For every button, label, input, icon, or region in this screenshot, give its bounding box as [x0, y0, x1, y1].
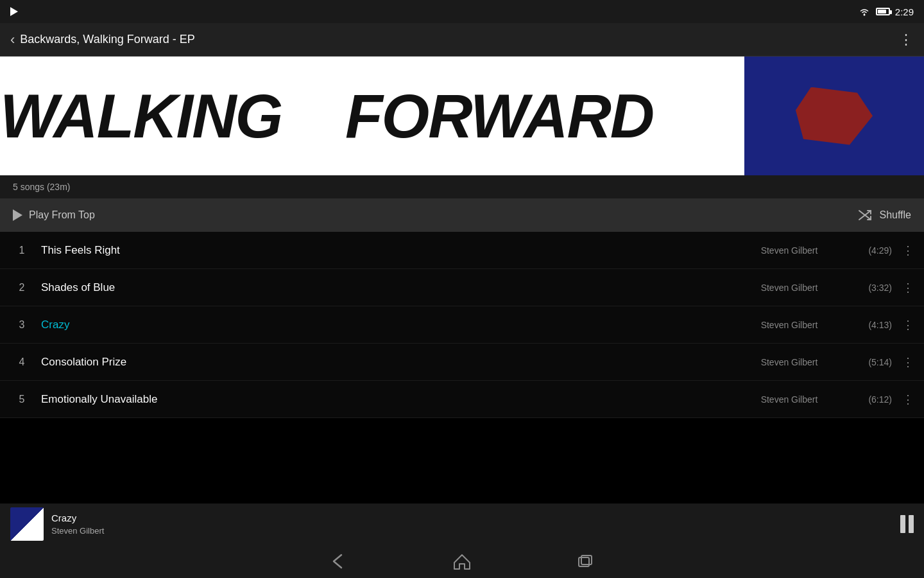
song-number: 2: [10, 282, 33, 293]
song-number: 1: [10, 245, 33, 256]
status-bar: 2:29: [0, 0, 924, 23]
pause-bar-right: [909, 515, 914, 533]
status-time: 2:29: [895, 6, 914, 17]
nav-back-button[interactable]: [329, 552, 349, 570]
controls-bar: Play From Top Shuffle: [0, 198, 924, 232]
song-artist: Steven Gilbert: [725, 357, 853, 367]
overflow-menu-button[interactable]: ⋮: [899, 31, 914, 48]
song-row-5[interactable]: 5 Emotionally Unavailable Steven Gilbert…: [0, 381, 924, 418]
song-overflow-button[interactable]: ⋮: [902, 243, 914, 258]
pause-button[interactable]: [900, 515, 914, 533]
bottom-navigation: [0, 545, 924, 578]
song-overflow-button[interactable]: ⋮: [902, 318, 914, 332]
song-row-4[interactable]: 4 Consolation Prize Steven Gilbert (5:14…: [0, 344, 924, 381]
thumb-art: [10, 507, 44, 541]
song-artist: Steven Gilbert: [725, 394, 853, 405]
song-row-1[interactable]: 1 This Feels Right Steven Gilbert (4:29)…: [0, 232, 924, 269]
album-art-text: WALKING FORWARD: [0, 81, 653, 152]
now-playing-thumbnail: [10, 507, 44, 541]
song-title: Emotionally Unavailable: [41, 393, 725, 406]
song-number: 4: [10, 356, 33, 368]
song-title: This Feels Right: [41, 244, 725, 257]
shuffle-icon: [857, 209, 873, 222]
song-duration: (5:14): [853, 357, 892, 367]
song-title: Consolation Prize: [41, 356, 725, 369]
song-overflow-button[interactable]: ⋮: [902, 355, 914, 369]
song-title: Shades of Blue: [41, 281, 725, 294]
album-art: WALKING FORWARD: [0, 57, 924, 175]
now-playing-bar: Crazy Steven Gilbert: [0, 504, 924, 545]
now-playing-title: Crazy: [51, 512, 104, 523]
song-duration: (3:32): [853, 283, 892, 293]
shuffle-button[interactable]: Shuffle: [857, 209, 911, 222]
song-artist: Steven Gilbert: [725, 245, 853, 256]
song-row-3[interactable]: 3 Crazy Steven Gilbert (4:13) ⋮: [0, 306, 924, 344]
now-playing-artist: Steven Gilbert: [51, 526, 104, 536]
battery-icon: [876, 8, 890, 15]
play-from-top-icon: [13, 209, 22, 221]
song-overflow-button[interactable]: ⋮: [902, 392, 914, 407]
song-duration: (4:13): [853, 320, 892, 330]
songs-count-label: 5 songs (23m): [13, 182, 70, 192]
album-art-shape: [796, 87, 873, 145]
now-playing-left: Crazy Steven Gilbert: [10, 507, 104, 541]
song-row-2[interactable]: 2 Shades of Blue Steven Gilbert (3:32) ⋮: [0, 269, 924, 306]
song-list: 1 This Feels Right Steven Gilbert (4:29)…: [0, 232, 924, 418]
nav-home-button[interactable]: [452, 552, 472, 570]
nav-recents-button[interactable]: [575, 552, 595, 570]
songs-info: 5 songs (23m): [0, 175, 924, 198]
wifi-icon: [858, 6, 871, 17]
song-duration: (4:29): [853, 245, 892, 256]
song-artist: Steven Gilbert: [725, 320, 853, 330]
song-overflow-button[interactable]: ⋮: [902, 281, 914, 295]
song-number: 3: [10, 319, 33, 331]
title-row: ‹ Backwards, Walking Forward - EP: [10, 31, 195, 48]
play-from-top-button[interactable]: Play From Top: [13, 209, 95, 221]
status-left-icons: [10, 7, 18, 16]
song-duration: (6:12): [853, 394, 892, 405]
play-from-top-label: Play From Top: [29, 209, 95, 221]
album-art-right-panel: [744, 57, 924, 175]
notification-play-icon: [10, 7, 18, 16]
status-right-icons: 2:29: [858, 6, 914, 17]
album-title: Backwards, Walking Forward - EP: [20, 33, 194, 46]
now-playing-info: Crazy Steven Gilbert: [51, 512, 104, 536]
song-number: 5: [10, 394, 33, 405]
pause-bar-left: [900, 515, 905, 533]
song-title: Crazy: [41, 319, 725, 331]
back-button[interactable]: ‹: [10, 31, 15, 48]
shuffle-label: Shuffle: [879, 209, 911, 221]
song-artist: Steven Gilbert: [725, 283, 853, 293]
top-bar: ‹ Backwards, Walking Forward - EP ⋮: [0, 23, 924, 57]
svg-point-0: [863, 14, 865, 16]
